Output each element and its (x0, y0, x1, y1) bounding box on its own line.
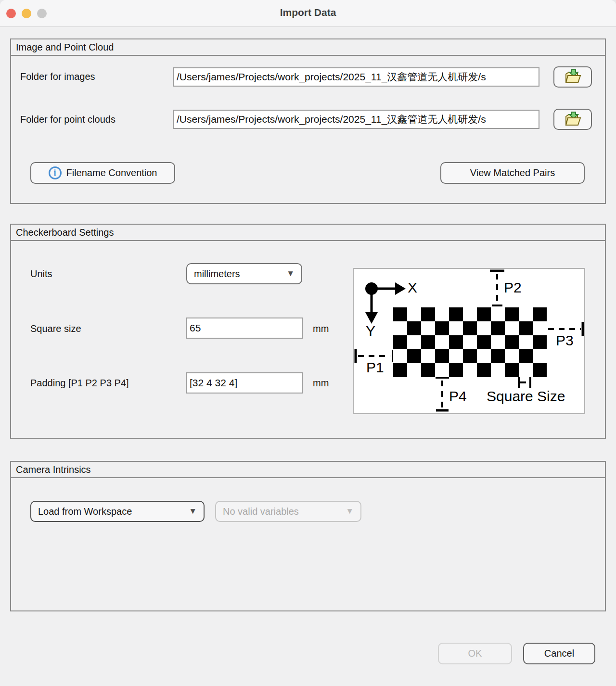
checkerboard-cell (407, 321, 421, 335)
folder-pointclouds-label: Folder for point clouds (20, 114, 116, 125)
checkerboard-cell (505, 363, 519, 377)
checkerboard-cell (421, 307, 435, 321)
checkerboard-cell (421, 321, 435, 335)
folder-images-label: Folder for images (20, 71, 95, 82)
checkerboard-cell (519, 335, 533, 349)
padding-unit: mm (313, 378, 329, 389)
p3-label: P3 (556, 332, 574, 349)
checkerboard-cell (449, 335, 463, 349)
checkerboard-cell (421, 349, 435, 363)
checkerboard-cell (477, 321, 491, 335)
checkerboard-cell (435, 363, 449, 377)
open-folder-icon (563, 111, 582, 128)
checkerboard-cell (407, 307, 421, 321)
p1-label: P1 (366, 359, 384, 376)
checkerboard-cell (393, 321, 407, 335)
checkerboard-cell (393, 335, 407, 349)
view-matched-pairs-button[interactable]: View Matched Pairs (440, 162, 585, 184)
window-title: Import Data (0, 7, 616, 18)
units-dropdown[interactable]: millimeters ▼ (186, 263, 302, 284)
camera-intrinsics-section: Camera Intrinsics (10, 461, 606, 611)
p4-label: P4 (449, 388, 467, 405)
checkerboard-cell (463, 349, 477, 363)
x-axis-label: X (408, 279, 417, 296)
ok-button-label: OK (468, 648, 482, 659)
checkerboard-cell (477, 363, 491, 377)
info-icon: i (49, 166, 62, 179)
intrinsics-source-value: Load from Workspace (38, 506, 132, 517)
units-value: millimeters (194, 268, 240, 279)
checkerboard-cell (477, 307, 491, 321)
import-data-dialog: Import Data Image and Point Cloud Folder… (0, 0, 616, 686)
checkerboard-cell (407, 363, 421, 377)
chevron-down-icon: ▼ (286, 269, 295, 279)
checkerboard-cell (449, 363, 463, 377)
checkerboard-cell (505, 335, 519, 349)
cancel-button-label: Cancel (544, 648, 574, 659)
checkerboard-cell (505, 307, 519, 321)
checkerboard-cell (519, 349, 533, 363)
p2-label: P2 (504, 279, 522, 296)
intrinsics-source-dropdown[interactable]: Load from Workspace ▼ (30, 501, 205, 522)
filename-convention-button[interactable]: i Filename Convention (30, 162, 175, 184)
checkerboard-cell (421, 363, 435, 377)
square-size-caption: Square Size (487, 388, 565, 405)
units-label: Units (30, 268, 52, 279)
checkerboard-cell (463, 307, 477, 321)
checkerboard-cell (477, 335, 491, 349)
checkerboard-cell (435, 335, 449, 349)
checkerboard-cell (491, 363, 505, 377)
view-matched-pairs-label: View Matched Pairs (470, 167, 555, 178)
square-size-input[interactable] (186, 318, 303, 339)
open-folder-icon (563, 68, 582, 86)
square-size-unit: mm (313, 323, 329, 334)
y-axis-label: Y (366, 323, 375, 339)
checkerboard-cell (435, 307, 449, 321)
checkerboard-cell (533, 363, 547, 377)
checkerboard-cell (449, 307, 463, 321)
checkerboard-cell (533, 349, 547, 363)
section-title: Image and Point Cloud (11, 39, 605, 56)
checkerboard-cell (505, 349, 519, 363)
checkerboard-cell (463, 335, 477, 349)
title-bar: Import Data (0, 0, 616, 27)
section-title: Checkerboard Settings (11, 225, 605, 241)
checkerboard-cell (533, 335, 547, 349)
checkerboard-cell (519, 363, 533, 377)
cancel-button[interactable]: Cancel (523, 643, 595, 664)
square-size-label: Square size (30, 323, 81, 334)
checkerboard-cell (477, 349, 491, 363)
chevron-down-icon: ▼ (189, 507, 197, 516)
section-title: Camera Intrinsics (11, 462, 605, 478)
checkerboard-cell (519, 307, 533, 321)
checkerboard-cell (449, 321, 463, 335)
intrinsics-variable-dropdown: No valid variables ▼ (215, 501, 361, 522)
filename-convention-label: Filename Convention (66, 167, 157, 178)
folder-images-input[interactable] (173, 67, 539, 87)
padding-input[interactable] (186, 372, 303, 394)
folder-pointclouds-input[interactable] (173, 110, 539, 129)
checkerboard-cell (393, 363, 407, 377)
checkerboard-cell (407, 335, 421, 349)
padding-label: Padding [P1 P2 P3 P4] (30, 378, 129, 389)
checkerboard-cell (533, 307, 547, 321)
checkerboard-cell (435, 321, 449, 335)
checkerboard-cell (393, 307, 407, 321)
browse-images-button[interactable] (553, 66, 592, 88)
checkerboard-cell (435, 349, 449, 363)
checkerboard-cell (491, 335, 505, 349)
checkerboard-cell (491, 349, 505, 363)
checkerboard-cell (407, 349, 421, 363)
checkerboard-cell (421, 335, 435, 349)
checkerboard-cell (393, 349, 407, 363)
checkerboard-cell (449, 349, 463, 363)
checkerboard-board (393, 307, 547, 377)
checkerboard-cell (491, 321, 505, 335)
checkerboard-cell (463, 363, 477, 377)
ok-button: OK (438, 643, 512, 664)
checkerboard-cell (533, 321, 547, 335)
browse-pointclouds-button[interactable] (553, 109, 592, 130)
checkerboard-diagram: X Y P2 P3 P1 P4 Square Size (353, 268, 585, 414)
chevron-down-icon: ▼ (346, 507, 354, 516)
checkerboard-cell (505, 321, 519, 335)
